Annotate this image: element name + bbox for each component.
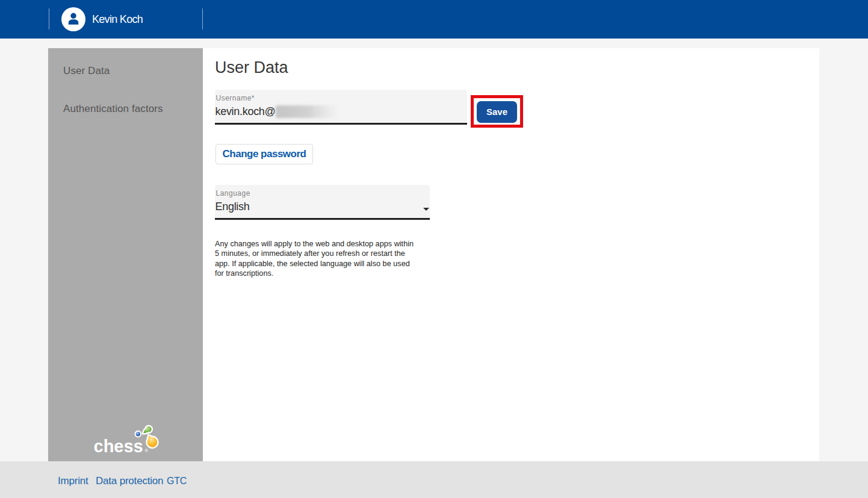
svg-text:chess: chess [94, 437, 143, 456]
svg-text:®: ® [145, 448, 149, 453]
